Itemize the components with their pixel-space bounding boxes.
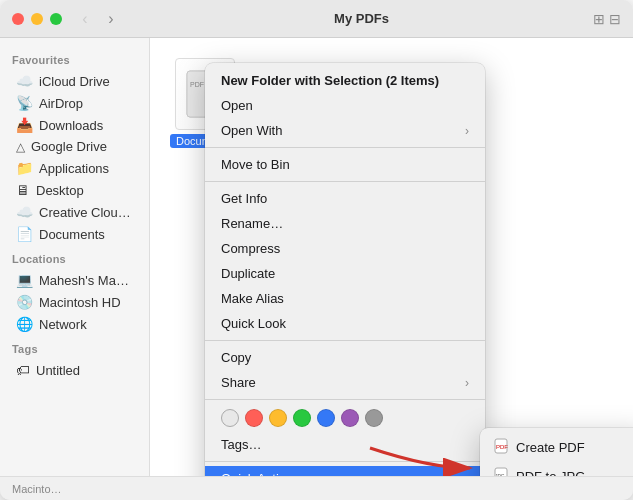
network-icon: 🌐: [16, 316, 33, 332]
menu-item-rename[interactable]: Rename…: [205, 211, 485, 236]
tag-none[interactable]: [221, 409, 239, 427]
menu-item-label: Share: [221, 375, 256, 390]
menu-item-duplicate[interactable]: Duplicate: [205, 261, 485, 286]
menu-item-share[interactable]: Share ›: [205, 370, 485, 395]
menu-item-label: Open With: [221, 123, 282, 138]
creative-cloud-icon: ☁️: [16, 204, 33, 220]
sidebar-item-label: Desktop: [36, 183, 84, 198]
sidebar-item-desktop[interactable]: 🖥 Desktop: [4, 179, 145, 201]
sidebar-item-airdrop[interactable]: 📡 AirDrop: [4, 92, 145, 114]
menu-item-label: Quick Look: [221, 316, 286, 331]
menu-item-label: Copy: [221, 350, 251, 365]
submenu-inner: PDF Create PDF JPG PDF to JPG Customise…: [480, 428, 633, 476]
view-controls: ⊞ ⊟: [593, 11, 621, 27]
menu-item-label: Rename…: [221, 216, 283, 231]
desktop-icon: 🖥: [16, 182, 30, 198]
bottom-bar-text: Macinto…: [12, 483, 62, 495]
sidebar-item-label: Google Drive: [31, 139, 107, 154]
finder-window: ‹ › My PDFs ⊞ ⊟ Favourites ☁️ iCloud Dri…: [0, 0, 633, 500]
sidebar-item-icloud-drive[interactable]: ☁️ iCloud Drive: [4, 70, 145, 92]
sidebar-item-label: Creative Clou…: [39, 205, 131, 220]
separator-5: [205, 461, 485, 462]
menu-item-new-folder[interactable]: New Folder with Selection (2 Items): [205, 68, 485, 93]
submenu-arrow-icon: ›: [465, 376, 469, 390]
menu-item-open[interactable]: Open: [205, 93, 485, 118]
submenu-item-label: PDF to JPG: [516, 469, 585, 476]
back-button[interactable]: ‹: [74, 8, 96, 30]
separator-1: [205, 147, 485, 148]
quick-actions-submenu: PDF Create PDF JPG PDF to JPG Customise…: [480, 428, 633, 476]
submenu-item-create-pdf[interactable]: PDF Create PDF: [480, 433, 633, 462]
list-view-button[interactable]: ⊟: [609, 11, 621, 27]
sidebar-item-label: iCloud Drive: [39, 74, 110, 89]
sidebar-item-label: Downloads: [39, 118, 103, 133]
menu-item-open-with[interactable]: Open With ›: [205, 118, 485, 143]
icon-view-button[interactable]: ⊞: [593, 11, 605, 27]
maximize-button[interactable]: [50, 13, 62, 25]
tag-icon: 🏷: [16, 362, 30, 378]
locations-label: Locations: [0, 245, 149, 269]
svg-text:JPG: JPG: [495, 473, 505, 476]
icloud-icon: ☁️: [16, 73, 33, 89]
google-drive-icon: △: [16, 140, 25, 154]
menu-item-label: Move to Bin: [221, 157, 290, 172]
menu-item-tags[interactable]: Tags…: [205, 432, 485, 457]
svg-text:PDF: PDF: [496, 444, 508, 450]
menu-item-make-alias[interactable]: Make Alias: [205, 286, 485, 311]
computer-icon: 💻: [16, 272, 33, 288]
menu-item-quick-look[interactable]: Quick Look: [205, 311, 485, 336]
sidebar-item-label: Untitled: [36, 363, 80, 378]
menu-item-quick-actions[interactable]: Quick Actions ›: [205, 466, 485, 476]
sidebar-item-macintosh-hd[interactable]: 💿 Macintosh HD: [4, 291, 145, 313]
airdrop-icon: 📡: [16, 95, 33, 111]
menu-item-label: Compress: [221, 241, 280, 256]
sidebar-item-mahesh[interactable]: 💻 Mahesh's Ma…: [4, 269, 145, 291]
minimize-button[interactable]: [31, 13, 43, 25]
menu-item-get-info[interactable]: Get Info: [205, 186, 485, 211]
menu-item-compress[interactable]: Compress: [205, 236, 485, 261]
separator-4: [205, 399, 485, 400]
tag-green[interactable]: [293, 409, 311, 427]
documents-icon: 📄: [16, 226, 33, 242]
sidebar-item-applications[interactable]: 📁 Applications: [4, 157, 145, 179]
submenu-item-label: Create PDF: [516, 440, 585, 455]
menu-item-label: New Folder with Selection (2 Items): [221, 73, 439, 88]
titlebar: ‹ › My PDFs ⊞ ⊟: [0, 0, 633, 38]
menu-item-label: Duplicate: [221, 266, 275, 281]
sidebar-item-documents[interactable]: 📄 Documents: [4, 223, 145, 245]
separator-3: [205, 340, 485, 341]
tag-blue[interactable]: [317, 409, 335, 427]
sidebar-item-label: Applications: [39, 161, 109, 176]
sidebar-item-untitled[interactable]: 🏷 Untitled: [4, 359, 145, 381]
sidebar-item-network[interactable]: 🌐 Network: [4, 313, 145, 335]
forward-button[interactable]: ›: [100, 8, 122, 30]
sidebar-item-label: Mahesh's Ma…: [39, 273, 129, 288]
tag-red[interactable]: [245, 409, 263, 427]
menu-item-label: Get Info: [221, 191, 267, 206]
tag-orange[interactable]: [269, 409, 287, 427]
menu-item-label: Quick Actions: [221, 471, 300, 476]
sidebar: Favourites ☁️ iCloud Drive 📡 AirDrop 📥 D…: [0, 38, 150, 476]
close-button[interactable]: [12, 13, 24, 25]
favourites-label: Favourites: [0, 46, 149, 70]
sidebar-item-label: Network: [39, 317, 87, 332]
sidebar-item-label: AirDrop: [39, 96, 83, 111]
submenu-item-pdf-to-jpg[interactable]: JPG PDF to JPG: [480, 462, 633, 476]
sidebar-item-google-drive[interactable]: △ Google Drive: [4, 136, 145, 157]
applications-icon: 📁: [16, 160, 33, 176]
downloads-icon: 📥: [16, 117, 33, 133]
tag-gray[interactable]: [365, 409, 383, 427]
sidebar-item-label: Documents: [39, 227, 105, 242]
navigation-buttons: ‹ ›: [74, 8, 122, 30]
window-title: My PDFs: [130, 11, 593, 26]
sidebar-item-creative-cloud[interactable]: ☁️ Creative Clou…: [4, 201, 145, 223]
jpg-icon: JPG: [494, 467, 508, 476]
tags-label: Tags: [0, 335, 149, 359]
sidebar-item-downloads[interactable]: 📥 Downloads: [4, 114, 145, 136]
submenu-arrow-icon: ›: [465, 124, 469, 138]
menu-item-copy[interactable]: Copy: [205, 345, 485, 370]
svg-text:PDF: PDF: [190, 81, 204, 88]
tag-purple[interactable]: [341, 409, 359, 427]
context-menu: New Folder with Selection (2 Items) Open…: [205, 63, 485, 476]
menu-item-move-to-bin[interactable]: Move to Bin: [205, 152, 485, 177]
